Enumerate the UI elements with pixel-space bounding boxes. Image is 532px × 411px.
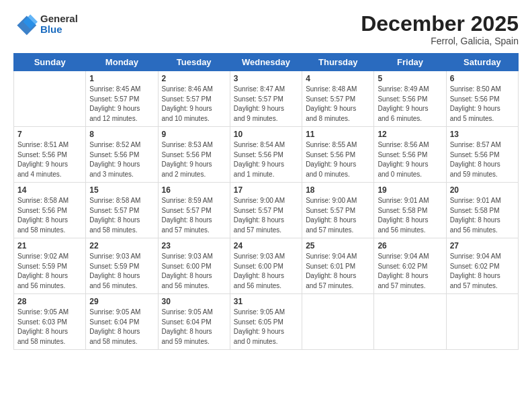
day-number: 13: [450, 130, 515, 139]
title-block: December 2025 Ferrol, Galicia, Spain: [361, 12, 519, 46]
day-number: 7: [17, 130, 82, 139]
weekday-saturday: Saturday: [446, 54, 518, 71]
weekday-monday: Monday: [86, 54, 158, 71]
day-number: 21: [17, 241, 82, 250]
logo-icon: [13, 12, 38, 36]
day-cell: 7Sunrise: 8:51 AM Sunset: 5:56 PM Daylig…: [14, 127, 86, 183]
day-number: 24: [234, 241, 298, 250]
day-info: Sunrise: 8:45 AM Sunset: 5:57 PM Dayligh…: [89, 85, 154, 124]
day-number: 22: [89, 241, 154, 250]
weekday-sunday: Sunday: [14, 54, 86, 71]
day-cell: 14Sunrise: 8:58 AM Sunset: 5:56 PM Dayli…: [14, 183, 86, 238]
day-cell: 6Sunrise: 8:50 AM Sunset: 5:56 PM Daylig…: [446, 71, 518, 127]
day-number: 28: [17, 297, 82, 306]
day-info: Sunrise: 9:05 AM Sunset: 6:04 PM Dayligh…: [89, 308, 154, 347]
day-info: Sunrise: 8:59 AM Sunset: 5:57 PM Dayligh…: [162, 196, 226, 235]
day-cell: 17Sunrise: 9:00 AM Sunset: 5:57 PM Dayli…: [230, 183, 302, 238]
day-number: 26: [378, 241, 442, 250]
day-number: 6: [450, 74, 515, 83]
day-info: Sunrise: 9:05 AM Sunset: 6:05 PM Dayligh…: [234, 308, 298, 347]
day-number: 29: [89, 297, 154, 306]
day-cell: 19Sunrise: 9:01 AM Sunset: 5:58 PM Dayli…: [374, 183, 446, 238]
day-info: Sunrise: 9:04 AM Sunset: 6:02 PM Dayligh…: [450, 252, 515, 291]
day-info: Sunrise: 8:57 AM Sunset: 5:56 PM Dayligh…: [450, 140, 515, 179]
day-info: Sunrise: 9:04 AM Sunset: 6:02 PM Dayligh…: [378, 252, 442, 291]
day-cell: 10Sunrise: 8:54 AM Sunset: 5:56 PM Dayli…: [230, 127, 302, 183]
day-info: Sunrise: 8:55 AM Sunset: 5:56 PM Dayligh…: [306, 140, 370, 179]
day-cell: 24Sunrise: 9:03 AM Sunset: 6:00 PM Dayli…: [230, 238, 302, 294]
day-cell: 29Sunrise: 9:05 AM Sunset: 6:04 PM Dayli…: [86, 294, 158, 350]
day-info: Sunrise: 9:00 AM Sunset: 5:57 PM Dayligh…: [234, 196, 298, 235]
calendar-table: SundayMondayTuesdayWednesdayThursdayFrid…: [13, 53, 519, 350]
header: General Blue December 2025 Ferrol, Galic…: [13, 12, 519, 46]
day-cell: [14, 71, 86, 127]
day-info: Sunrise: 9:05 AM Sunset: 6:04 PM Dayligh…: [162, 308, 226, 347]
page: General Blue December 2025 Ferrol, Galic…: [0, 0, 532, 411]
location: Ferrol, Galicia, Spain: [361, 36, 519, 46]
day-number: 18: [306, 185, 370, 195]
day-info: Sunrise: 8:56 AM Sunset: 5:56 PM Dayligh…: [378, 140, 442, 179]
day-info: Sunrise: 8:51 AM Sunset: 5:56 PM Dayligh…: [17, 140, 82, 179]
day-number: 2: [162, 74, 226, 83]
day-info: Sunrise: 9:01 AM Sunset: 5:58 PM Dayligh…: [378, 196, 442, 235]
day-info: Sunrise: 8:48 AM Sunset: 5:57 PM Dayligh…: [306, 85, 370, 124]
day-cell: 18Sunrise: 9:00 AM Sunset: 5:57 PM Dayli…: [302, 183, 374, 238]
day-cell: 31Sunrise: 9:05 AM Sunset: 6:05 PM Dayli…: [230, 294, 302, 350]
day-cell: 21Sunrise: 9:02 AM Sunset: 5:59 PM Dayli…: [14, 238, 86, 294]
day-info: Sunrise: 8:58 AM Sunset: 5:56 PM Dayligh…: [17, 196, 82, 235]
weekday-thursday: Thursday: [302, 54, 374, 71]
day-cell: [446, 294, 518, 350]
weekday-wednesday: Wednesday: [230, 54, 302, 71]
day-info: Sunrise: 8:47 AM Sunset: 5:57 PM Dayligh…: [234, 85, 298, 124]
day-cell: 3Sunrise: 8:47 AM Sunset: 5:57 PM Daylig…: [230, 71, 302, 127]
day-cell: 22Sunrise: 9:03 AM Sunset: 5:59 PM Dayli…: [86, 238, 158, 294]
day-cell: 8Sunrise: 8:52 AM Sunset: 5:56 PM Daylig…: [86, 127, 158, 183]
day-number: 10: [234, 130, 298, 139]
day-cell: 23Sunrise: 9:03 AM Sunset: 6:00 PM Dayli…: [158, 238, 230, 294]
day-number: 25: [306, 241, 370, 250]
day-info: Sunrise: 9:00 AM Sunset: 5:57 PM Dayligh…: [306, 196, 370, 235]
day-info: Sunrise: 8:54 AM Sunset: 5:56 PM Dayligh…: [234, 140, 298, 179]
logo-text: General Blue: [40, 13, 78, 36]
day-info: Sunrise: 8:46 AM Sunset: 5:57 PM Dayligh…: [162, 85, 226, 124]
day-number: 30: [162, 297, 226, 306]
day-cell: 9Sunrise: 8:53 AM Sunset: 5:56 PM Daylig…: [158, 127, 230, 183]
week-row-3: 14Sunrise: 8:58 AM Sunset: 5:56 PM Dayli…: [14, 183, 519, 238]
day-number: 27: [450, 241, 515, 250]
day-number: 12: [378, 130, 442, 139]
week-row-5: 28Sunrise: 9:05 AM Sunset: 6:03 PM Dayli…: [14, 294, 519, 350]
weekday-friday: Friday: [374, 54, 446, 71]
day-cell: 28Sunrise: 9:05 AM Sunset: 6:03 PM Dayli…: [14, 294, 86, 350]
day-info: Sunrise: 9:03 AM Sunset: 5:59 PM Dayligh…: [89, 252, 154, 291]
weekday-header-row: SundayMondayTuesdayWednesdayThursdayFrid…: [14, 54, 519, 71]
logo: General Blue: [13, 12, 78, 36]
day-number: 31: [234, 297, 298, 306]
day-number: 14: [17, 185, 82, 195]
day-cell: 12Sunrise: 8:56 AM Sunset: 5:56 PM Dayli…: [374, 127, 446, 183]
day-info: Sunrise: 9:02 AM Sunset: 5:59 PM Dayligh…: [17, 252, 82, 291]
day-cell: 15Sunrise: 8:58 AM Sunset: 5:57 PM Dayli…: [86, 183, 158, 238]
day-cell: 13Sunrise: 8:57 AM Sunset: 5:56 PM Dayli…: [446, 127, 518, 183]
day-number: 9: [162, 130, 226, 139]
day-number: 11: [306, 130, 370, 139]
week-row-4: 21Sunrise: 9:02 AM Sunset: 5:59 PM Dayli…: [14, 238, 519, 294]
day-cell: 26Sunrise: 9:04 AM Sunset: 6:02 PM Dayli…: [374, 238, 446, 294]
day-number: 5: [378, 74, 442, 83]
day-number: 17: [234, 185, 298, 195]
day-cell: 20Sunrise: 9:01 AM Sunset: 5:58 PM Dayli…: [446, 183, 518, 238]
day-cell: 16Sunrise: 8:59 AM Sunset: 5:57 PM Dayli…: [158, 183, 230, 238]
day-number: 16: [162, 185, 226, 195]
day-number: 8: [89, 130, 154, 139]
week-row-2: 7Sunrise: 8:51 AM Sunset: 5:56 PM Daylig…: [14, 127, 519, 183]
day-info: Sunrise: 8:50 AM Sunset: 5:56 PM Dayligh…: [450, 85, 515, 124]
day-info: Sunrise: 9:01 AM Sunset: 5:58 PM Dayligh…: [450, 196, 515, 235]
day-info: Sunrise: 9:03 AM Sunset: 6:00 PM Dayligh…: [162, 252, 226, 291]
day-cell: 27Sunrise: 9:04 AM Sunset: 6:02 PM Dayli…: [446, 238, 518, 294]
day-cell: 5Sunrise: 8:49 AM Sunset: 5:56 PM Daylig…: [374, 71, 446, 127]
day-cell: 1Sunrise: 8:45 AM Sunset: 5:57 PM Daylig…: [86, 71, 158, 127]
day-number: 20: [450, 185, 515, 195]
day-cell: 30Sunrise: 9:05 AM Sunset: 6:04 PM Dayli…: [158, 294, 230, 350]
day-info: Sunrise: 8:49 AM Sunset: 5:56 PM Dayligh…: [378, 85, 442, 124]
day-info: Sunrise: 9:03 AM Sunset: 6:00 PM Dayligh…: [234, 252, 298, 291]
day-number: 3: [234, 74, 298, 83]
